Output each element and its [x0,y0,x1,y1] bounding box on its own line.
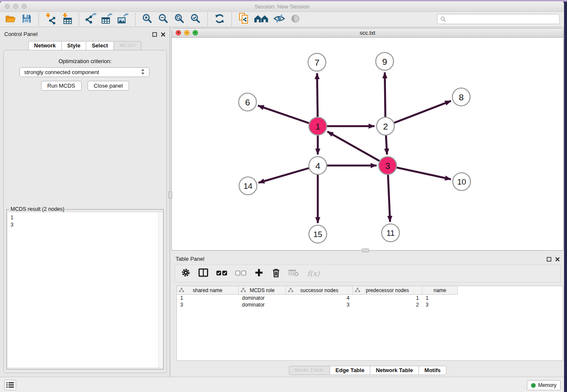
search-input[interactable] [437,14,560,24]
cell-name[interactable]: 1 [422,295,458,301]
mcds-result-text: 1 3 [8,213,158,367]
graph-node-2[interactable]: 2 [377,117,394,135]
graph-node-9[interactable]: 9 [376,52,394,70]
task-history-button[interactable] [4,380,16,390]
result-scrollbar[interactable] [158,213,162,367]
graph-node-4[interactable]: 4 [309,157,327,174]
column-header-predecessor-nodes[interactable]: predecessor nodes [353,286,422,294]
window-title: Session: New Session [0,1,564,12]
horizontal-splitter-grip[interactable] [362,248,369,252]
function-builder-icon[interactable]: f(x) [307,269,319,278]
graph-node-1[interactable]: 1 [309,117,327,135]
attribute-tree-icon [288,288,293,293]
cell-predecessor-nodes[interactable]: 1 [353,295,422,301]
settings-gear-icon[interactable] [181,268,190,279]
window-close-button[interactable] [5,4,10,9]
float-panel-icon[interactable] [547,256,551,263]
add-column-icon[interactable] [254,268,264,279]
cell-successor-nodes[interactable]: 3 [286,301,353,308]
column-header-successor-nodes[interactable]: successor nodes [286,286,353,294]
network-maximize-button[interactable]: + [193,30,198,36]
vertical-splitter-grip[interactable] [168,191,172,199]
delete-column-icon[interactable] [272,268,281,279]
tab-mcds[interactable]: MCDS [113,41,141,50]
cell-mcds-role[interactable]: dominator [239,301,286,308]
graph-node-label: 9 [382,57,387,66]
column-header-shared-name[interactable]: shared name [177,286,239,294]
column-header-name[interactable]: name [422,286,458,294]
cell-shared-name[interactable]: 3 [177,301,239,308]
graph-edge-3-10[interactable] [396,168,451,179]
deselect-all-icon[interactable] [235,270,246,277]
float-panel-icon[interactable] [152,31,157,39]
copy-view-button[interactable] [237,13,250,26]
tab-motifs[interactable]: Motifs [418,366,446,375]
zoom-in-button[interactable] [140,13,154,26]
network-window-titlebar: ✕ − + scc.txt [172,28,563,38]
cell-mcds-role[interactable]: dominator [239,295,286,301]
tab-style[interactable]: Style [61,41,86,50]
tab-network-table[interactable]: Network Table [370,366,419,375]
refresh-button[interactable] [213,13,226,26]
network-close-button[interactable]: ✕ [176,30,181,36]
column-layout-icon[interactable] [198,268,208,279]
graph-node-3[interactable]: 3 [379,157,396,174]
export-network-button[interactable] [84,13,98,26]
run-mcds-button[interactable]: Run MCDS [41,81,82,91]
tab-select[interactable]: Select [86,41,114,50]
open-session-button[interactable] [4,13,17,26]
tab-network[interactable]: Network [28,41,62,50]
graph-node-8[interactable]: 8 [452,88,470,106]
memory-button[interactable]: Memory [527,380,561,390]
style-eye-button[interactable] [272,13,286,26]
column-header-mcds-role[interactable]: MCDS role [239,286,286,294]
save-session-button[interactable] [20,13,33,26]
cell-name[interactable]: 3 [422,301,458,308]
graph-node-11[interactable]: 11 [382,224,399,242]
graph-edge-3-11[interactable] [388,175,390,222]
floppy-disk-icon [22,14,32,25]
window-zoom-button[interactable] [22,4,27,9]
export-table-button[interactable] [100,13,114,26]
graph-edge-4-14[interactable] [259,168,309,183]
graph-edge-2-8[interactable] [394,101,451,123]
select-all-icon[interactable] [216,270,227,277]
graph-edge-2-9[interactable] [385,72,385,117]
graph-edge-2-3[interactable] [386,135,387,155]
zoom-selected-button[interactable] [189,13,202,26]
result-line: 3 [11,221,155,229]
zoom-out-button[interactable] [157,13,170,26]
graph-edge-1-6[interactable] [258,105,309,123]
criterion-select[interactable]: strongly connected component [19,67,149,77]
export-table-icon [101,13,113,26]
graph-node-7[interactable]: 7 [308,53,326,71]
graph-node-6[interactable]: 6 [239,93,256,111]
import-table-button[interactable] [60,13,74,26]
cell-shared-name[interactable]: 1 [177,295,239,301]
delete-table-icon[interactable] [289,269,299,278]
graph-edge-1-7[interactable] [317,73,317,117]
network-minimize-button[interactable]: − [184,30,190,36]
cell-predecessor-nodes[interactable]: 2 [353,301,422,308]
export-image-button[interactable] [116,13,130,26]
window-minimize-button[interactable] [13,4,18,9]
graph-edge-3-1[interactable] [328,132,380,161]
tab-node-table[interactable]: Node Table [289,366,330,375]
home-button[interactable] [253,13,270,26]
task-list-icon [6,382,14,388]
mcds-tab-panel: Optimization criterion: strongly connect… [3,50,167,373]
view-eye-button[interactable] [289,13,302,26]
cell-successor-nodes[interactable]: 4 [286,295,353,301]
graph-node-10[interactable]: 10 [453,173,471,190]
zoom-fit-icon [174,13,185,26]
graph-node-15[interactable]: 15 [309,225,327,243]
import-network-button[interactable] [44,13,58,26]
close-panel-button[interactable]: Close panel [88,81,129,91]
close-panel-icon[interactable] [161,31,165,39]
close-panel-icon[interactable] [555,256,560,263]
network-canvas[interactable]: 7968124314101511 [172,38,563,250]
zoom-fit-button[interactable] [173,13,186,26]
graph-node-14[interactable]: 14 [239,177,257,195]
tab-edge-table[interactable]: Edge Table [330,366,370,375]
search-icon [440,17,446,22]
